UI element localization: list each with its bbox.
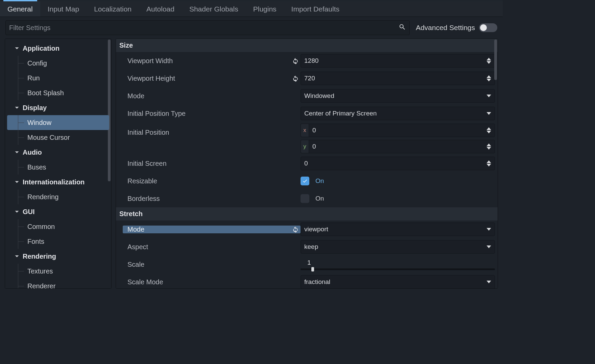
sidebar-item-fonts[interactable]: Fonts	[7, 234, 109, 249]
filter-settings-text[interactable]	[9, 24, 399, 32]
chevron-down-icon	[486, 228, 491, 231]
reset-icon[interactable]	[290, 75, 301, 82]
chevron-down-icon	[15, 180, 19, 184]
borderless-checkbox[interactable]	[301, 194, 309, 203]
prop-window-mode: Mode Windowed	[116, 87, 498, 105]
axis-x-label: x	[301, 124, 309, 137]
chevron-down-icon	[15, 209, 19, 214]
chevron-down-icon	[15, 105, 19, 110]
prop-label: Initial Position	[127, 129, 301, 136]
sidebar-item-run[interactable]: Run	[7, 71, 109, 85]
chevron-down-icon	[486, 112, 491, 115]
sidebar-cat-audio[interactable]: Audio	[7, 145, 109, 160]
prop-label: Resizable	[127, 177, 301, 185]
content-scrollbar[interactable]	[494, 40, 497, 80]
prop-viewport-width: Viewport Width 1280	[116, 52, 498, 70]
resizable-checkbox[interactable]	[301, 177, 309, 185]
sidebar-cat-display[interactable]: Display	[7, 100, 109, 115]
prop-label: Mode	[127, 226, 290, 233]
reset-icon[interactable]	[290, 57, 301, 64]
section-header-size: Size	[116, 39, 498, 52]
advanced-settings-label: Advanced Settings	[416, 24, 475, 32]
sidebar-cat-application[interactable]: Application	[7, 41, 109, 56]
prop-label: Initial Screen	[127, 160, 301, 167]
tabbar: General Input Map Localization Autoload …	[0, 1, 503, 17]
stretch-scale-slider[interactable]: 1	[301, 259, 495, 270]
sidebar-cat-rendering[interactable]: Rendering	[7, 249, 109, 264]
prop-borderless: Borderless On	[116, 190, 498, 207]
prop-label: Viewport Height	[127, 75, 290, 82]
prop-stretch-mode: Mode viewport	[116, 220, 498, 238]
section-header-stretch: Stretch	[116, 207, 498, 220]
spinner-icon[interactable]	[486, 75, 491, 81]
prop-label: Scale	[127, 261, 301, 268]
tab-input-map[interactable]: Input Map	[40, 1, 87, 17]
viewport-height-field[interactable]: 720	[301, 72, 495, 85]
window-mode-select[interactable]: Windowed	[301, 89, 495, 103]
search-icon[interactable]	[399, 23, 406, 32]
spinner-icon[interactable]	[486, 144, 491, 150]
spinner-icon[interactable]	[486, 160, 491, 166]
tab-localization[interactable]: Localization	[87, 1, 139, 17]
chevron-down-icon	[15, 150, 19, 155]
sidebar-item-config[interactable]: Config	[7, 56, 109, 71]
sidebar-item-intl-rendering[interactable]: Rendering	[7, 189, 109, 204]
sidebar-item-textures[interactable]: Textures	[7, 264, 109, 279]
borderless-state-label: On	[315, 195, 324, 202]
prop-initial-screen: Initial Screen 0	[116, 155, 498, 172]
initial-position-type-select[interactable]: Center of Primary Screen	[301, 107, 495, 120]
filter-bar: Advanced Settings	[0, 17, 503, 38]
prop-initial-position-type: Initial Position Type Center of Primary …	[116, 105, 498, 122]
sidebar-item-boot-splash[interactable]: Boot Splash	[7, 85, 109, 100]
prop-label: Aspect	[127, 243, 301, 251]
prop-label: Initial Position Type	[127, 110, 301, 118]
chevron-down-icon	[486, 281, 491, 283]
advanced-settings-toggle[interactable]	[479, 23, 497, 32]
prop-resizable: Resizable On	[116, 172, 498, 190]
tab-shader-globals[interactable]: Shader Globals	[182, 1, 246, 17]
sidebar-cat-internationalization[interactable]: Internationalization	[7, 175, 109, 189]
tab-plugins[interactable]: Plugins	[246, 1, 284, 17]
prop-initial-position: Initial Position x 0 y 0	[116, 122, 498, 155]
spinner-icon[interactable]	[486, 127, 491, 133]
prop-viewport-height: Viewport Height 720	[116, 70, 498, 87]
sidebar-item-buses[interactable]: Buses	[7, 160, 109, 175]
initial-position-x-field[interactable]: 0	[309, 124, 495, 137]
stretch-scale-mode-select[interactable]: fractional	[301, 275, 495, 289]
prop-stretch-aspect: Aspect keep	[116, 238, 498, 256]
reset-icon[interactable]	[290, 226, 301, 233]
prop-stretch-scale-mode: Scale Mode fractional	[116, 273, 498, 289]
tab-import-defaults[interactable]: Import Defaults	[284, 1, 347, 17]
tab-general[interactable]: General	[0, 1, 40, 17]
chevron-down-icon	[486, 245, 491, 248]
filter-settings-input[interactable]	[5, 20, 410, 35]
axis-y-label: y	[301, 140, 309, 153]
initial-position-y-field[interactable]: 0	[309, 140, 495, 153]
prop-label: Borderless	[127, 195, 301, 203]
prop-stretch-scale: Scale 1	[116, 256, 498, 273]
initial-screen-field[interactable]: 0	[301, 157, 495, 170]
stretch-mode-select[interactable]: viewport	[301, 223, 495, 236]
prop-label: Viewport Width	[127, 57, 290, 65]
settings-sidebar: Application Config Run Boot Splash Displ…	[5, 38, 112, 289]
sidebar-item-mouse-cursor[interactable]: Mouse Cursor	[7, 130, 109, 145]
prop-label: Mode	[127, 92, 301, 100]
chevron-down-icon	[486, 95, 491, 97]
prop-label: Scale Mode	[127, 278, 301, 286]
sidebar-item-renderer[interactable]: Renderer	[7, 279, 109, 289]
resizable-state-label: On	[315, 177, 324, 185]
sidebar-item-common[interactable]: Common	[7, 219, 109, 234]
chevron-down-icon	[15, 46, 19, 51]
tab-autoload[interactable]: Autoload	[139, 1, 182, 17]
viewport-width-field[interactable]: 1280	[301, 54, 495, 68]
spinner-icon[interactable]	[486, 58, 491, 64]
chevron-down-icon	[15, 254, 19, 259]
settings-content: Size Viewport Width 1280 Viewport Height…	[116, 38, 498, 289]
sidebar-item-window[interactable]: Window	[7, 115, 109, 130]
sidebar-cat-gui[interactable]: GUI	[7, 204, 109, 219]
stretch-aspect-select[interactable]: keep	[301, 240, 495, 254]
